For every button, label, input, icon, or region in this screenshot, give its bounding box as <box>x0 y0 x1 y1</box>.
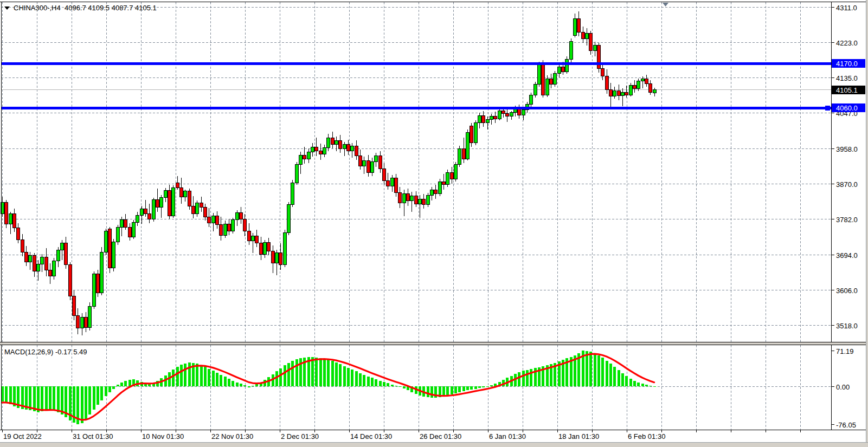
candle-up <box>637 81 640 88</box>
macd-histogram-bar <box>275 371 278 386</box>
macd-histogram-bar <box>522 371 525 386</box>
macd-histogram-bar <box>347 368 350 386</box>
candle-down <box>144 209 147 214</box>
candle-down <box>216 216 219 225</box>
candle-up <box>343 145 346 148</box>
candle-up <box>613 91 616 96</box>
candle-up <box>236 213 239 220</box>
candle-down <box>451 173 454 179</box>
candle-up <box>641 79 645 81</box>
horizontal-line-4060.0[interactable] <box>1 107 831 109</box>
candle-up <box>546 79 549 95</box>
macd-histogram-bar <box>518 372 520 386</box>
candle-up <box>53 261 56 276</box>
candle-down <box>482 115 485 122</box>
macd-histogram-bar <box>224 377 227 386</box>
candle-up <box>446 173 449 185</box>
candle-down <box>65 243 68 265</box>
macd-histogram-bar <box>240 384 242 386</box>
candle-up <box>105 231 108 252</box>
candle-up <box>196 203 199 214</box>
macd-histogram-bar <box>311 357 314 386</box>
candle-up <box>439 182 442 194</box>
candle-up <box>57 250 60 261</box>
candle-up <box>427 195 430 205</box>
macd-histogram-bar <box>188 362 191 386</box>
candle-up <box>419 199 422 204</box>
main-chart-pane[interactable] <box>1 2 831 342</box>
candle-down <box>577 18 581 32</box>
chart-header: CHINA300-,H4 4096.7 4109.5 4087.7 4105.1 <box>4 4 157 12</box>
candle-down <box>13 214 16 228</box>
candle-up <box>621 93 625 96</box>
macd-histogram-bar <box>85 386 87 419</box>
ohlc-readout: 4096.7 4109.5 4087.7 4105.1 <box>65 4 157 12</box>
candle-down <box>633 86 636 88</box>
chart-canvas[interactable]: 4311.04223.04135.04047.03958.03870.03782… <box>0 0 868 447</box>
line-edge-handle[interactable] <box>825 106 830 111</box>
candle-down <box>601 68 605 76</box>
candle-down <box>582 33 585 39</box>
macd-histogram-bar <box>387 383 389 386</box>
candle-down <box>415 196 418 204</box>
candle-down <box>609 89 613 96</box>
macd-histogram-bar <box>172 370 175 386</box>
candle-down <box>243 219 247 231</box>
candle-up <box>554 73 557 85</box>
macd-histogram-bar <box>279 368 282 386</box>
candle-up <box>490 116 493 120</box>
macd-histogram-bar <box>391 385 394 386</box>
macd-histogram-bar <box>641 384 644 386</box>
macd-histogram-bar <box>284 365 286 386</box>
macd-histogram-bar <box>128 380 131 386</box>
macd-histogram-bar <box>327 360 330 386</box>
candle-up <box>81 317 84 328</box>
macd-histogram-bar <box>200 365 203 386</box>
candle-down <box>542 63 545 95</box>
candle-up <box>458 148 461 165</box>
macd-histogram-bar <box>81 386 83 423</box>
candle-down <box>359 156 362 166</box>
candle-up <box>570 42 573 60</box>
candle-down <box>649 83 652 92</box>
candle-up <box>498 111 501 119</box>
candle-up <box>152 200 156 219</box>
macd-histogram-bar <box>49 386 52 409</box>
macd-histogram-bar <box>375 379 377 386</box>
candle-down <box>395 178 398 192</box>
macd-histogram-bar <box>339 364 342 386</box>
time-axis[interactable] <box>0 430 866 442</box>
candle-up <box>522 109 525 115</box>
candle-up <box>61 243 64 250</box>
macd-histogram-bar <box>649 386 652 386</box>
candle-up <box>474 123 478 143</box>
candle-down <box>180 187 183 197</box>
macd-histogram-bar <box>248 386 250 387</box>
candle-up <box>510 113 513 116</box>
macd-histogram-bar <box>112 386 115 389</box>
candle-up <box>100 252 104 293</box>
macd-histogram-bar <box>367 377 370 386</box>
pane-separator-gap[interactable] <box>0 342 868 345</box>
price-axis[interactable] <box>832 2 866 430</box>
candle-down <box>97 274 100 293</box>
candle-down <box>176 183 179 187</box>
candle-down <box>168 190 171 216</box>
candle-up <box>323 148 326 154</box>
macd-histogram-bar <box>526 370 529 386</box>
macd-histogram-bar <box>45 386 48 410</box>
macd-histogram-bar <box>61 386 63 414</box>
macd-histogram-bar <box>427 386 429 397</box>
macd-histogram-bar <box>618 370 620 386</box>
macd-histogram-bar <box>629 379 632 386</box>
candle-down <box>156 200 159 207</box>
candle-down <box>148 214 151 219</box>
candle-up <box>594 46 597 51</box>
candle-down <box>618 91 621 96</box>
macd-histogram-bar <box>486 386 489 387</box>
macd-histogram-bar <box>355 371 358 386</box>
macd-histogram-bar <box>451 386 453 394</box>
macd-histogram-bar <box>530 369 532 386</box>
horizontal-line-4170.0[interactable] <box>1 62 831 65</box>
candle-down <box>331 138 335 145</box>
